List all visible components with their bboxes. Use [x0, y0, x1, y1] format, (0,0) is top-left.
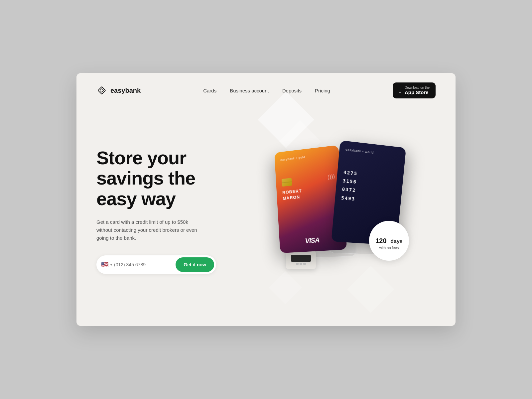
hero-right: easybank • gold )))) ROBERTMARON VISA ea… — [236, 121, 436, 294]
pos-key-2 — [300, 263, 302, 265]
app-store-mainlabel: App Store — [405, 89, 429, 95]
pos-keys — [296, 263, 306, 265]
svg-rect-0 — [98, 87, 106, 94]
hero-subtitle: Get a card with a credit limit of up to … — [96, 218, 203, 242]
card-numbers: 4275315603725493 — [341, 168, 398, 206]
phone-input-wrapper: 🇺🇸 ▾ — [101, 261, 176, 268]
card-dark-brand: easybank • world — [345, 148, 400, 157]
card-gold-brand: easybank • gold — [280, 152, 333, 162]
logo-text: easybank — [110, 87, 141, 94]
page-wrapper: easybank Cards Business account Deposits… — [76, 73, 456, 326]
stats-number-text: 120 — [375, 237, 386, 244]
visa-logo: VISA — [305, 236, 320, 245]
hero-left: Store your savings the easy way Get a ca… — [96, 141, 236, 274]
cta-form: 🇺🇸 ▾ Get it now — [96, 255, 216, 274]
stats-label: with no fees — [379, 245, 399, 250]
logo-icon — [96, 85, 107, 96]
nav-item-business[interactable]: Business account — [230, 88, 269, 93]
logo[interactable]: easybank — [96, 85, 141, 96]
pos-key-3 — [303, 263, 306, 265]
app-store-button[interactable]:  Download on the App Store — [393, 82, 436, 98]
main-content: Store your savings the easy way Get a ca… — [76, 108, 456, 314]
pos-key-1 — [296, 263, 299, 265]
nav-item-pricing[interactable]: Pricing — [315, 88, 330, 93]
header: easybank Cards Business account Deposits… — [76, 73, 456, 108]
svg-rect-1 — [100, 88, 103, 92]
pos-terminal — [286, 251, 316, 269]
app-store-text: Download on the App Store — [405, 86, 430, 95]
apple-icon:  — [399, 87, 401, 94]
card-holder-name: ROBERTMARON — [282, 185, 336, 202]
hero-title: Store your savings the easy way — [96, 148, 236, 209]
phone-input[interactable] — [114, 262, 161, 267]
app-store-sublabel: Download on the — [405, 86, 430, 89]
cards-scene: easybank • gold )))) ROBERTMARON VISA ea… — [253, 128, 419, 287]
stats-unit: days — [390, 238, 402, 244]
flag-icon: 🇺🇸 — [101, 261, 108, 268]
main-nav: Cards Business account Deposits Pricing — [203, 88, 330, 93]
nav-item-cards[interactable]: Cards — [203, 88, 216, 93]
card-chip — [282, 178, 292, 187]
pos-screen — [291, 255, 311, 262]
chevron-down-icon[interactable]: ▾ — [110, 263, 112, 267]
get-it-now-button[interactable]: Get it now — [176, 257, 214, 272]
stats-number: 120 days — [375, 231, 403, 245]
contactless-icon: )))) — [328, 174, 335, 180]
stats-badge: 120 days with no fees — [369, 221, 409, 261]
nav-item-deposits[interactable]: Deposits — [282, 88, 302, 93]
